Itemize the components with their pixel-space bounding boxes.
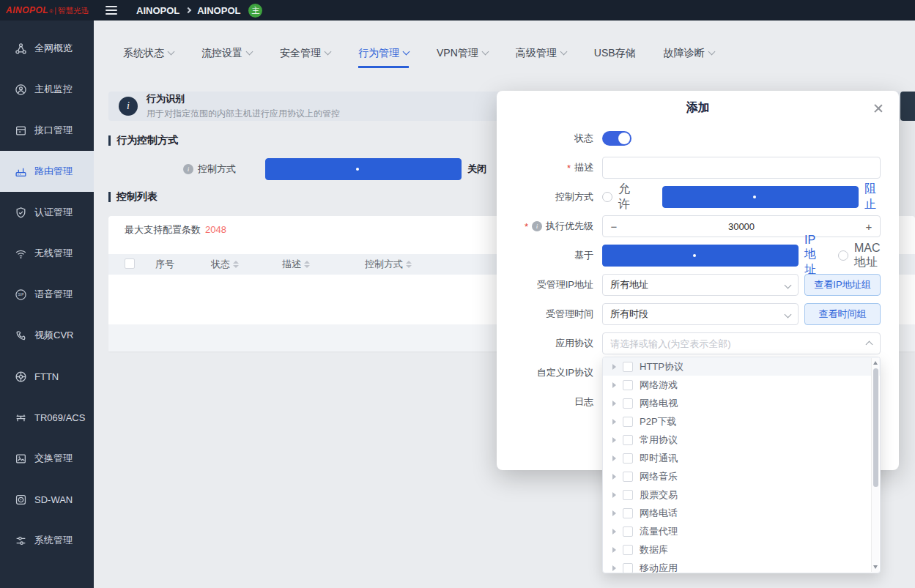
chevron-down-icon (560, 48, 567, 56)
caret-right-icon[interactable] (612, 382, 616, 388)
close-icon[interactable] (873, 103, 884, 114)
logo-reg-mark: ® (49, 9, 53, 14)
log-label: 日志 (497, 395, 602, 409)
protocol-option[interactable]: 常用协议 (603, 431, 880, 449)
protocol-option[interactable]: 网络电视 (603, 394, 880, 412)
checkbox[interactable] (623, 472, 633, 482)
scroll-up-icon[interactable] (873, 361, 878, 365)
scrollbar[interactable] (871, 358, 879, 572)
radio-icon (662, 186, 859, 208)
shield-icon (15, 206, 27, 219)
checkbox[interactable] (623, 453, 633, 464)
protocol-option[interactable]: P2P下载 (603, 412, 880, 431)
radio-icon (265, 158, 462, 180)
protocol-option[interactable]: 网络游戏 (603, 376, 880, 394)
menu-icon[interactable] (105, 6, 117, 15)
caret-right-icon[interactable] (612, 364, 616, 370)
sidebar-item-wireless[interactable]: 无线管理 (0, 233, 94, 274)
scroll-down-icon[interactable] (873, 565, 878, 569)
sidebar-item-system[interactable]: 系统管理 (0, 520, 94, 561)
sort-icon[interactable] (406, 261, 412, 268)
radio-close[interactable]: 关闭 (265, 158, 486, 180)
radio-allow[interactable]: 允许 (602, 182, 640, 212)
protocol-option[interactable]: 网络电话 (603, 504, 880, 522)
tab-advanced[interactable]: 高级管理 (516, 45, 566, 66)
tab-diagnosis[interactable]: 故障诊断 (664, 45, 714, 66)
protocol-option[interactable]: 网络音乐 (603, 467, 880, 485)
checkbox[interactable] (623, 417, 633, 427)
banner-description: 用于对指定范围的内部主机进行应用协议上的管控 (147, 108, 340, 120)
checkbox[interactable] (623, 545, 633, 555)
sidebar-item-overview[interactable]: 全网概览 (0, 28, 94, 69)
checkbox[interactable] (623, 362, 633, 372)
tab-bar: 系统状态 流控设置 安全管理 行为管理 VPN管理 高级管理 USB存储 故障诊… (123, 45, 714, 68)
caret-right-icon[interactable] (612, 401, 616, 406)
managed-time-select[interactable]: 所有时段 (602, 303, 799, 325)
caret-right-icon[interactable] (612, 565, 616, 571)
tab-vpn[interactable]: VPN管理 (437, 45, 488, 66)
sidebar-item-tr069[interactable]: TR069/ACS (0, 397, 94, 438)
sort-icon[interactable] (304, 261, 310, 268)
sidebar-item-interface[interactable]: 接口管理 (0, 110, 94, 151)
caret-right-icon[interactable] (612, 474, 616, 480)
priority-value[interactable]: 30000 (728, 221, 755, 232)
protocol-option[interactable]: 数据库 (603, 540, 880, 559)
description-input[interactable] (602, 157, 881, 179)
protocol-input[interactable] (602, 332, 881, 354)
sidebar-item-label: 系统管理 (34, 534, 73, 547)
caret-right-icon[interactable] (612, 492, 616, 498)
checkbox[interactable] (623, 563, 633, 573)
view-time-group-button[interactable]: 查看时间组 (804, 303, 881, 325)
custom-ip-label: 自定义IP协议 (497, 366, 602, 379)
caret-right-icon[interactable] (612, 529, 616, 535)
checkbox[interactable] (623, 435, 633, 445)
protocol-option[interactable]: 股票交易 (603, 485, 880, 504)
section-title-control-list: 控制列表 (108, 190, 158, 204)
radio-mac-address[interactable]: MAC地址 (838, 242, 881, 270)
sidebar-item-switch[interactable]: 交换管理 (0, 438, 94, 479)
checkbox[interactable] (623, 380, 633, 390)
select-all-checkbox[interactable] (125, 258, 135, 269)
radio-ip-address[interactable]: IP地址 (602, 234, 816, 278)
sidebar-item-host-monitor[interactable]: 主机监控 (0, 69, 94, 110)
protocol-option[interactable]: 流量代理 (603, 522, 880, 540)
tab-behavior[interactable]: 行为管理 (358, 45, 409, 68)
sidebar-item-sdwan[interactable]: SD-WAN (0, 479, 94, 520)
checkbox[interactable] (623, 526, 633, 537)
checkbox[interactable] (623, 508, 633, 518)
managed-ip-select[interactable]: 所有地址 (602, 274, 799, 296)
image-icon (15, 453, 27, 465)
caret-right-icon[interactable] (612, 510, 616, 516)
sidebar-item-route[interactable]: 路由管理 (0, 151, 94, 192)
tab-security[interactable]: 安全管理 (280, 45, 330, 66)
checkbox[interactable] (623, 398, 633, 409)
checkbox[interactable] (623, 490, 633, 500)
caret-right-icon[interactable] (612, 419, 616, 425)
sidebar-item-label: 视频CVR (34, 329, 73, 342)
tab-usb[interactable]: USB存储 (594, 45, 636, 66)
tab-flow-control[interactable]: 流控设置 (201, 45, 252, 66)
protocol-option[interactable]: 移动应用 (603, 559, 880, 573)
sidebar-item-voice[interactable]: SIP语音管理 (0, 274, 94, 315)
protocol-option[interactable]: HTTP协议 (603, 357, 880, 376)
app-root: AINOPOL ® | 智慧光迅 AINOPOL AINOPOL 主 全网概览 … (0, 0, 915, 588)
scrollbar-thumb[interactable] (873, 368, 878, 487)
side-help-tab[interactable] (900, 92, 915, 121)
caret-right-icon[interactable] (612, 437, 616, 443)
breadcrumb-current[interactable]: AINOPOL (197, 5, 240, 16)
sidebar-item-auth[interactable]: 认证管理 (0, 192, 94, 233)
radio-block[interactable]: 阻止 (662, 182, 881, 212)
view-ip-group-button[interactable]: 查看IP地址组 (804, 274, 881, 296)
chevron-right-icon (185, 7, 191, 13)
sort-icon[interactable] (233, 261, 239, 268)
caret-right-icon[interactable] (612, 455, 616, 461)
breadcrumb-root[interactable]: AINOPOL (136, 5, 179, 16)
status-toggle[interactable] (602, 131, 631, 146)
tab-system-status[interactable]: 系统状态 (123, 45, 174, 66)
sidebar-item-video-cvr[interactable]: 视频CVR (0, 315, 94, 356)
caret-right-icon[interactable] (612, 547, 616, 553)
column-status: 状态 (211, 258, 230, 271)
sidebar-item-fttn[interactable]: FTTN (0, 356, 94, 397)
svg-text:SIP: SIP (18, 293, 24, 297)
protocol-option[interactable]: 即时通讯 (603, 449, 880, 467)
